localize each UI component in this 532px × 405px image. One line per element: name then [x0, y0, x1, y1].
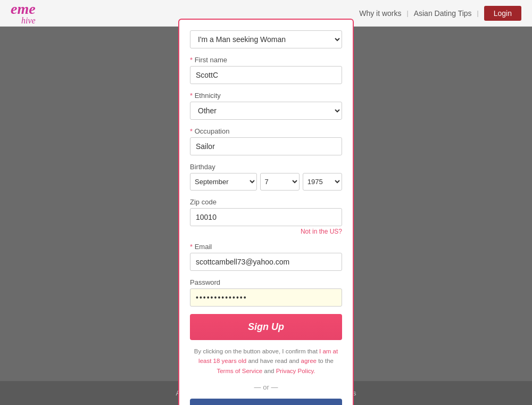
tos-link[interactable]: Terms of Service: [217, 368, 262, 374]
disclaimer-link-1[interactable]: I am at least 18 years old: [198, 348, 338, 364]
signup-button[interactable]: Sign Up: [190, 314, 342, 340]
logo-eme: eme: [11, 2, 36, 16]
birthday-label: Birthday: [190, 163, 342, 171]
logo: eme hive: [11, 2, 36, 25]
privacy-link[interactable]: Privacy Policy.: [276, 368, 315, 374]
nav-sep-2: |: [477, 10, 479, 17]
seeking-select[interactable]: I'm a Man seeking Woman I'm a Woman seek…: [190, 30, 342, 48]
password-input[interactable]: [190, 288, 342, 307]
occupation-label: * Occupation: [190, 127, 342, 135]
nav-sep-1: |: [407, 10, 409, 17]
zip-input[interactable]: [190, 208, 342, 226]
birthday-field-group: Birthday January February March April Ma…: [190, 163, 342, 191]
birthday-month-select[interactable]: January February March April May June Ju…: [190, 173, 257, 191]
ethnicity-select[interactable]: Other Asian White/Caucasian Black/Africa…: [190, 102, 342, 120]
nav-how-it-works[interactable]: Why it works: [359, 9, 401, 18]
facebook-signup-button[interactable]: f Start with Facebook: [190, 399, 342, 405]
or-divider: — or —: [190, 383, 342, 391]
password-field-group: Password: [190, 278, 342, 307]
email-input[interactable]: [190, 253, 342, 271]
firstname-field-group: * First name: [190, 56, 342, 84]
firstname-label: * First name: [190, 56, 342, 64]
email-label: * Email: [190, 243, 342, 251]
ethnicity-label: * Ethnicity: [190, 92, 342, 100]
registration-form-card: I'm a Man seeking Woman I'm a Woman seek…: [178, 19, 354, 405]
birthday-year-select[interactable]: 2005200420032002200120001999199819971996…: [303, 173, 342, 191]
logo-hive: hive: [11, 16, 36, 25]
email-field-group: * Email: [190, 243, 342, 271]
password-label: Password: [190, 278, 342, 286]
zip-label: Zip code: [190, 198, 342, 206]
login-button[interactable]: Login: [484, 6, 521, 21]
birthday-day-select[interactable]: 12 34 56 78 910 1112 1314 1516 1718 1920…: [260, 173, 300, 191]
birthday-row: January February March April May June Ju…: [190, 173, 342, 191]
disclaimer-link-2[interactable]: agree: [301, 358, 317, 364]
occupation-input[interactable]: [190, 137, 342, 155]
occupation-field-group: * Occupation: [190, 127, 342, 155]
zip-field-group: Zip code Not in the US?: [190, 198, 342, 235]
ethnicity-field-group: * Ethnicity Other Asian White/Caucasian …: [190, 92, 342, 120]
seeking-field-group: I'm a Man seeking Woman I'm a Woman seek…: [190, 30, 342, 48]
nav-links: Why it works | Asian Dating Tips | Login: [359, 6, 521, 21]
disclaimer-text: By clicking on the button above, I confi…: [190, 346, 342, 376]
not-in-us-link[interactable]: Not in the US?: [190, 228, 342, 235]
firstname-input[interactable]: [190, 66, 342, 84]
nav-dating-tips[interactable]: Asian Dating Tips: [414, 9, 472, 18]
